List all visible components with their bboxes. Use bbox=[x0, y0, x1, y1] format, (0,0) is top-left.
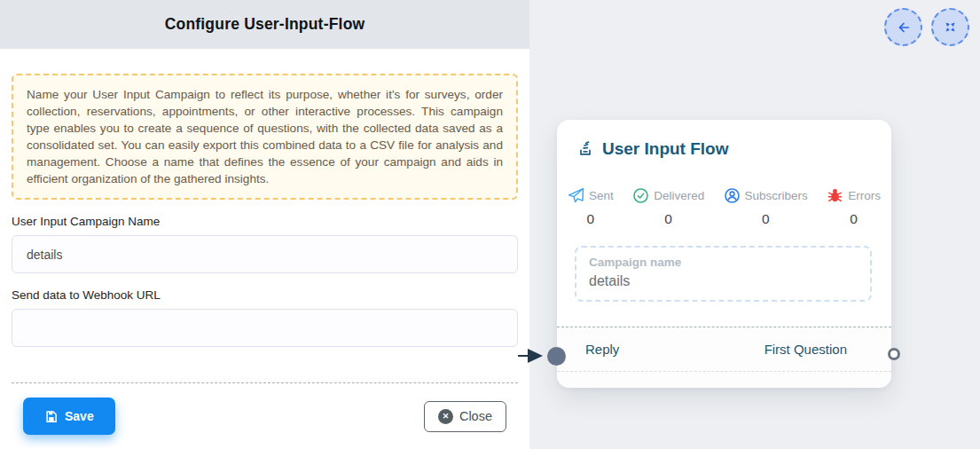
campaign-name-label: User Input Campaign Name bbox=[12, 215, 518, 228]
stat-delivered: Delivered 0 bbox=[632, 187, 704, 227]
campaign-display-value: details bbox=[589, 273, 858, 289]
stat-value: 0 bbox=[762, 211, 770, 227]
drawer-header: Configure User-Input-Flow bbox=[0, 0, 529, 49]
close-button[interactable]: ✕ Close bbox=[424, 401, 506, 432]
canvas-toolbar bbox=[884, 8, 969, 46]
drawer-title: Configure User-Input-Flow bbox=[165, 15, 365, 34]
stack-icon bbox=[576, 140, 594, 158]
flow-canvas[interactable]: User Input Flow Sent 0 bbox=[529, 0, 980, 449]
app-window: Configure User-Input-Flow Name your User… bbox=[0, 0, 980, 449]
reply-label: Reply bbox=[585, 342, 619, 357]
reply-target-handle[interactable] bbox=[547, 347, 566, 366]
user-circle-icon bbox=[724, 187, 741, 204]
drawer-body: Name your User Input Campaign to reflect… bbox=[0, 74, 529, 435]
stat-value: 0 bbox=[587, 211, 595, 227]
first-question-source-handle[interactable] bbox=[888, 348, 900, 360]
arrow-left-icon bbox=[896, 20, 912, 35]
check-circle-icon bbox=[632, 187, 649, 204]
node-footer: Reply First Question bbox=[557, 327, 891, 388]
stat-label: Subscribers bbox=[745, 189, 808, 202]
floppy-disk-icon bbox=[44, 410, 58, 423]
compress-arrows-icon bbox=[944, 20, 957, 34]
campaign-info-note: Name your User Input Campaign to reflect… bbox=[12, 74, 518, 200]
campaign-name-display[interactable]: Campaign name details bbox=[575, 246, 872, 302]
drawer-actions: Save ✕ Close bbox=[12, 383, 518, 435]
stat-value: 0 bbox=[664, 211, 672, 227]
webhook-url-label: Send data to Webhook URL bbox=[12, 288, 518, 302]
stat-sent: Sent 0 bbox=[568, 187, 614, 227]
fit-view-button[interactable] bbox=[931, 8, 969, 46]
incoming-edge-arrow-icon bbox=[528, 349, 543, 363]
paper-plane-icon bbox=[568, 187, 584, 204]
stat-errors: Errors 0 bbox=[827, 187, 881, 227]
user-input-flow-node[interactable]: User Input Flow Sent 0 bbox=[557, 120, 891, 388]
close-button-label: Close bbox=[459, 409, 492, 423]
node-title: User Input Flow bbox=[602, 139, 729, 159]
node-title-row: User Input Flow bbox=[557, 120, 891, 159]
campaign-display-label: Campaign name bbox=[589, 256, 858, 269]
configure-drawer: Configure User-Input-Flow Name your User… bbox=[0, 0, 529, 449]
stat-subscribers: Subscribers 0 bbox=[724, 187, 808, 227]
campaign-name-input[interactable] bbox=[12, 235, 518, 273]
save-button-label: Save bbox=[65, 409, 94, 423]
bug-icon bbox=[827, 187, 843, 204]
stat-label: Errors bbox=[848, 189, 881, 202]
stat-label: Sent bbox=[589, 189, 614, 202]
stat-label: Delivered bbox=[654, 189, 704, 202]
back-button[interactable] bbox=[884, 8, 922, 46]
node-stats: Sent 0 Delivered 0 bbox=[557, 187, 891, 227]
first-question-label: First Question bbox=[764, 342, 847, 357]
stat-value: 0 bbox=[850, 211, 858, 227]
save-button[interactable]: Save bbox=[23, 398, 115, 435]
webhook-url-input[interactable] bbox=[12, 309, 518, 347]
close-circle-icon: ✕ bbox=[438, 409, 453, 424]
